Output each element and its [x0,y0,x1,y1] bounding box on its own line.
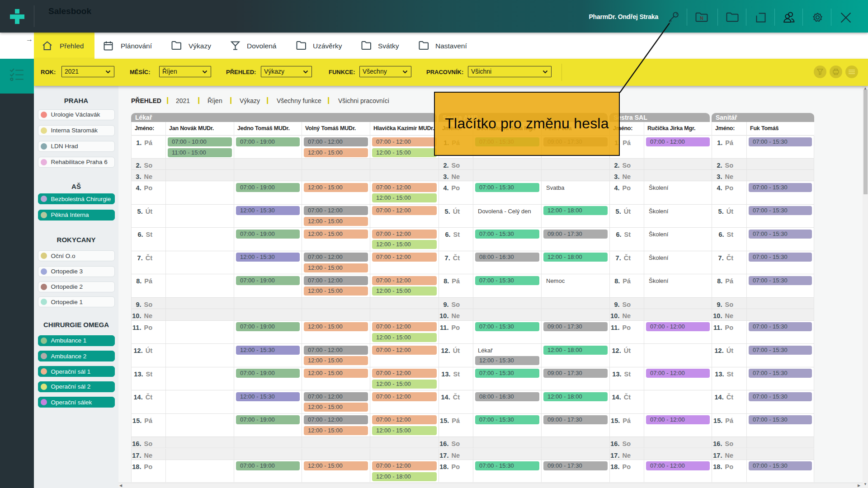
svg-text:N: N [700,15,703,21]
